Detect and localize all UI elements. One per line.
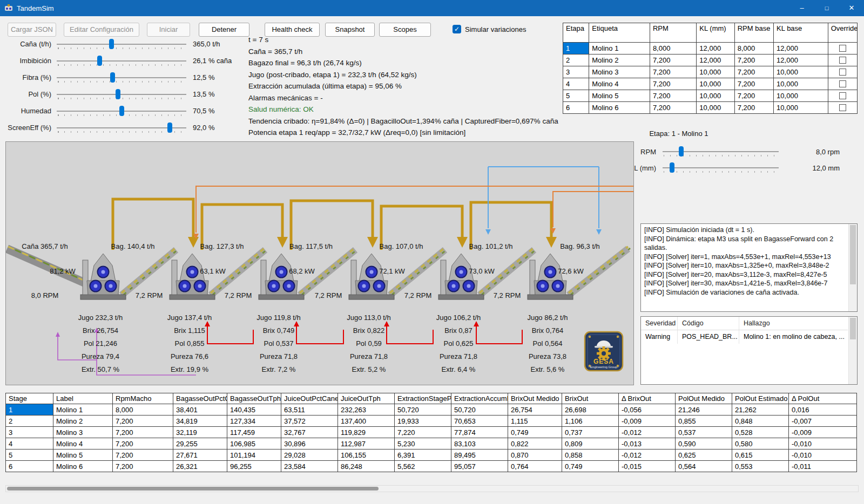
column-header[interactable]: BagasseOutPctCa	[173, 393, 227, 404]
scrollbar-thumb[interactable]	[850, 318, 856, 339]
table-cell[interactable]: Molino 5	[53, 449, 113, 461]
maximize-button[interactable]: □	[814, 0, 839, 16]
table-cell[interactable]: 232,263	[338, 404, 395, 416]
table-cell[interactable]: 0,016	[789, 404, 857, 416]
table-cell[interactable]: -0,010	[789, 438, 857, 449]
load-json-button[interactable]: Cargar JSON	[8, 23, 56, 37]
slider-track[interactable]	[663, 161, 779, 174]
table-cell[interactable]: 7,200	[650, 55, 696, 66]
table-cell[interactable]: 0,537	[676, 427, 732, 438]
table-cell[interactable]: 10,000	[774, 66, 828, 78]
table-cell[interactable]: 77,874	[451, 427, 508, 438]
table-cell[interactable]: 0,580	[732, 438, 789, 449]
table-cell[interactable]: 12,000	[774, 43, 828, 55]
table-cell[interactable]: 6	[563, 102, 589, 114]
slider-track[interactable]	[57, 71, 186, 84]
column-header[interactable]: KL (mm)	[697, 23, 734, 43]
slider-thumb[interactable]	[116, 89, 120, 99]
column-header[interactable]: BrixOut Medido	[508, 393, 562, 404]
table-cell[interactable]	[828, 66, 857, 78]
table-cell[interactable]: 2	[563, 55, 589, 66]
column-header[interactable]: RpmMacho	[113, 393, 173, 404]
table-cell[interactable]: 8,000	[650, 43, 696, 55]
slider-thumb[interactable]	[167, 122, 172, 133]
table-cell[interactable]: Molino 5	[589, 90, 650, 102]
table-cell[interactable]: Molino 1	[53, 404, 113, 416]
log-scrollbar[interactable]	[848, 224, 857, 311]
edit-config-button[interactable]: Editar Configuración	[64, 23, 139, 37]
table-cell[interactable]: 3	[563, 66, 589, 78]
table-cell[interactable]: 6	[6, 461, 53, 472]
table-cell[interactable]: 106,155	[338, 449, 395, 461]
table-cell[interactable]: 7,200	[113, 461, 173, 472]
override-checkbox[interactable]	[839, 80, 846, 87]
table-cell[interactable]: 63,511	[281, 404, 338, 416]
table-cell[interactable]	[828, 102, 857, 114]
slider-thumb[interactable]	[670, 162, 674, 173]
table-cell[interactable]: Molino 4	[589, 78, 650, 90]
slider-track[interactable]	[57, 88, 186, 101]
table-cell[interactable]: 32,119	[173, 427, 227, 438]
table-cell[interactable]: 29,255	[173, 438, 227, 449]
table-cell[interactable]: 50,720	[451, 404, 508, 416]
table-cell[interactable]: 1	[6, 404, 53, 416]
table-cell[interactable]: 12,000	[697, 55, 734, 66]
table-cell[interactable]: 10,000	[697, 66, 734, 78]
column-header[interactable]: BrixOut	[562, 393, 619, 404]
table-cell[interactable]: 5	[563, 90, 589, 102]
table-cell[interactable]: 3	[6, 427, 53, 438]
table-cell[interactable]: 7,200	[734, 78, 773, 90]
table-cell[interactable]: 34,819	[173, 416, 227, 427]
column-header[interactable]: JuiceOutPctCane	[281, 393, 338, 404]
table-cell[interactable]: 5,230	[395, 438, 451, 449]
override-checkbox[interactable]	[839, 45, 846, 52]
column-header[interactable]: ExtractionAccumP	[451, 393, 508, 404]
finding-row[interactable]: Warning POS_HEAD_BR... Molino 1: en moli…	[641, 330, 848, 344]
table-cell[interactable]: 0,848	[732, 416, 789, 427]
table-cell[interactable]: -0,011	[789, 461, 857, 472]
table-cell[interactable]: Molino 6	[589, 102, 650, 114]
table-cell[interactable]: 0,553	[732, 461, 789, 472]
table-cell[interactable]: 19,933	[395, 416, 451, 427]
table-cell[interactable]	[828, 43, 857, 55]
table-cell[interactable]: 6,391	[395, 449, 451, 461]
table-cell[interactable]: 50,720	[395, 404, 451, 416]
table-cell[interactable]: 0,858	[562, 449, 619, 461]
slider-thumb[interactable]	[679, 146, 684, 156]
table-cell[interactable]: 4	[6, 438, 53, 449]
table-cell[interactable]: 7,200	[113, 427, 173, 438]
table-cell[interactable]: Molino 2	[53, 416, 113, 427]
table-cell[interactable]: 1	[563, 43, 589, 55]
slider-thumb[interactable]	[110, 72, 115, 83]
table-cell[interactable]: 0,590	[676, 438, 732, 449]
table-cell[interactable]: -0,015	[619, 461, 676, 472]
table-cell[interactable]: Molino 2	[589, 55, 650, 66]
table-cell[interactable]: 137,400	[338, 416, 395, 427]
table-cell[interactable]: 0,737	[562, 427, 619, 438]
table-cell[interactable]: 89,495	[451, 449, 508, 461]
findings-scrollbar[interactable]	[848, 317, 857, 384]
table-cell[interactable]: 7,200	[734, 55, 773, 66]
column-header[interactable]: PolOut Medido	[676, 393, 732, 404]
table-cell[interactable]: 8,000	[734, 43, 773, 55]
table-cell[interactable]: 70,653	[451, 416, 508, 427]
table-cell[interactable]: 21,262	[732, 404, 789, 416]
table-cell[interactable]: 7,200	[650, 102, 696, 114]
table-cell[interactable]: 10,000	[774, 102, 828, 114]
table-cell[interactable]: 106,985	[227, 438, 281, 449]
table-cell[interactable]: 0,749	[508, 427, 562, 438]
table-cell[interactable]: -0,056	[619, 404, 676, 416]
column-header[interactable]: RPM base	[734, 23, 773, 43]
table-cell[interactable]: 7,200	[113, 416, 173, 427]
scopes-button[interactable]: Scopes	[379, 23, 431, 37]
table-cell[interactable]: 0,870	[508, 449, 562, 461]
table-cell[interactable]: 27,671	[173, 449, 227, 461]
horizontal-scrollbar[interactable]	[5, 485, 859, 492]
slider-thumb[interactable]	[97, 56, 102, 66]
table-cell[interactable]: 7,200	[113, 438, 173, 449]
table-cell[interactable]: Molino 4	[53, 438, 113, 449]
column-header[interactable]: Label	[53, 393, 113, 404]
snapshot-button[interactable]: Snapshot	[325, 23, 375, 37]
slider-track[interactable]	[57, 121, 186, 134]
table-cell[interactable]: 7,200	[113, 449, 173, 461]
